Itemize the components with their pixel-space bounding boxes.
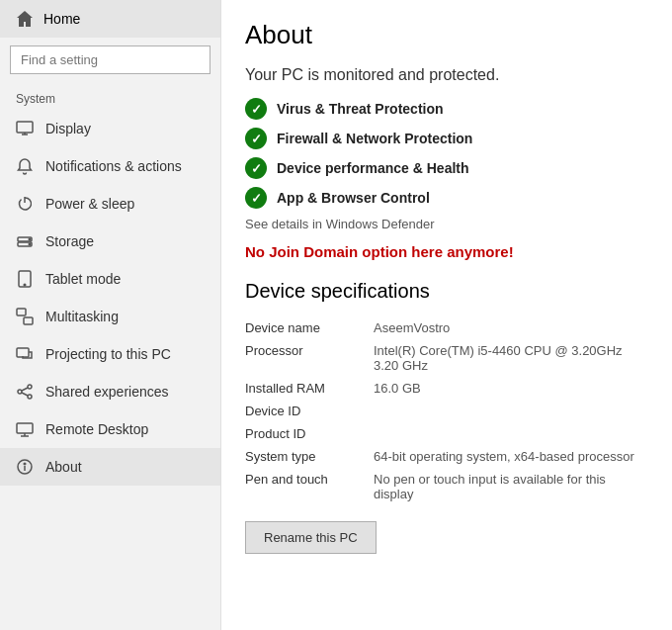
home-icon: [16, 10, 34, 28]
check-icon-browser: [245, 187, 267, 209]
svg-point-13: [28, 385, 32, 389]
svg-point-22: [24, 463, 26, 465]
remote-icon: [16, 420, 34, 438]
security-items-list: Virus & Threat Protection Firewall & Net…: [245, 98, 648, 209]
sidebar-item-label: Projecting to this PC: [45, 346, 171, 362]
sidebar-item-label: Tablet mode: [45, 271, 121, 287]
sidebar-item-label: Shared experiences: [45, 384, 169, 400]
sidebar-item-remote[interactable]: Remote Desktop: [0, 410, 220, 448]
sidebar: Home System Display Notifications & acti…: [0, 0, 221, 630]
spec-row-system-type: System type 64-bit operating system, x64…: [245, 445, 648, 468]
spec-value: [374, 400, 648, 422]
main-content: About Your PC is monitored and protected…: [221, 0, 672, 630]
sidebar-item-notifications[interactable]: Notifications & actions: [0, 147, 220, 185]
security-item-label: Virus & Threat Protection: [277, 101, 444, 117]
svg-point-8: [24, 284, 26, 286]
device-specs-title: Device specifications: [245, 280, 648, 303]
spec-row-processor: Processor Intel(R) Core(TM) i5-4460 CPU …: [245, 339, 648, 377]
spec-value: 64-bit operating system, x64-based proce…: [374, 445, 648, 468]
spec-row-device-id: Device ID: [245, 400, 648, 422]
spec-value: AseemVostro: [374, 316, 648, 339]
spec-row-device-name: Device name AseemVostro: [245, 316, 648, 339]
svg-rect-11: [17, 348, 29, 357]
svg-point-12: [18, 390, 22, 394]
display-icon: [16, 120, 34, 137]
security-item-firewall: Firewall & Network Protection: [245, 128, 648, 149]
about-icon: [16, 458, 34, 476]
sidebar-item-label: Display: [45, 121, 91, 136]
security-item-label: App & Browser Control: [277, 190, 430, 206]
sidebar-home-label: Home: [43, 11, 80, 27]
spec-value: No pen or touch input is available for t…: [374, 468, 648, 505]
security-item-label: Device performance & Health: [277, 160, 469, 176]
spec-key: Device name: [245, 316, 374, 339]
spec-key: Processor: [245, 339, 374, 377]
sidebar-item-label: Storage: [45, 233, 94, 249]
security-item-label: Firewall & Network Protection: [277, 131, 472, 146]
sidebar-item-storage[interactable]: Storage: [0, 223, 220, 260]
multitasking-icon: [16, 308, 34, 325]
spec-row-ram: Installed RAM 16.0 GB: [245, 377, 648, 400]
spec-key: Installed RAM: [245, 377, 374, 400]
spec-key: Pen and touch: [245, 468, 374, 505]
check-icon-device: [245, 157, 267, 179]
svg-rect-10: [24, 317, 33, 324]
page-title: About: [245, 20, 648, 50]
svg-line-16: [22, 393, 28, 396]
rename-pc-button[interactable]: Rename this PC: [245, 521, 377, 554]
sidebar-item-label: Multitasking: [45, 309, 119, 324]
search-input[interactable]: [10, 45, 210, 74]
sidebar-item-label: Notifications & actions: [45, 158, 182, 174]
system-section-label: System: [0, 82, 220, 110]
security-item-virus: Virus & Threat Protection: [245, 98, 648, 120]
spec-table: Device name AseemVostro Processor Intel(…: [245, 316, 648, 505]
sidebar-item-shared[interactable]: Shared experiences: [0, 373, 220, 410]
sidebar-item-label: Power & sleep: [45, 196, 134, 212]
spec-value: Intel(R) Core(TM) i5-4460 CPU @ 3.20GHz …: [374, 339, 648, 377]
svg-point-6: [29, 243, 31, 245]
windows-defender-link[interactable]: See details in Windows Defender: [245, 217, 648, 231]
security-item-device: Device performance & Health: [245, 157, 648, 179]
projecting-icon: [16, 345, 34, 363]
sidebar-item-tablet[interactable]: Tablet mode: [0, 260, 220, 298]
svg-rect-17: [17, 423, 33, 433]
protected-text: Your PC is monitored and protected.: [245, 66, 648, 84]
sidebar-home-button[interactable]: Home: [0, 0, 220, 38]
sidebar-item-about[interactable]: About: [0, 448, 220, 486]
spec-row-product-id: Product ID: [245, 422, 648, 445]
shared-icon: [16, 383, 34, 401]
sidebar-item-display[interactable]: Display: [0, 110, 220, 147]
svg-point-5: [29, 238, 31, 240]
sidebar-item-multitasking[interactable]: Multitasking: [0, 298, 220, 335]
check-icon-virus: [245, 98, 267, 120]
svg-line-15: [22, 388, 28, 391]
spec-value: [374, 422, 648, 445]
notifications-icon: [16, 157, 34, 175]
sidebar-item-label: Remote Desktop: [45, 421, 148, 437]
security-item-browser: App & Browser Control: [245, 187, 648, 209]
svg-rect-0: [17, 122, 33, 133]
storage-icon: [16, 232, 34, 250]
tablet-icon: [16, 270, 34, 288]
sidebar-item-projecting[interactable]: Projecting to this PC: [0, 335, 220, 373]
spec-row-pen-touch: Pen and touch No pen or touch input is a…: [245, 468, 648, 505]
svg-rect-9: [17, 309, 26, 315]
sidebar-item-label: About: [45, 459, 82, 475]
power-icon: [16, 195, 34, 213]
spec-key: System type: [245, 445, 374, 468]
spec-key: Product ID: [245, 422, 374, 445]
warning-text: No Join Domain option here anymore!: [245, 243, 648, 260]
check-icon-firewall: [245, 128, 267, 149]
spec-key: Device ID: [245, 400, 374, 422]
svg-point-14: [28, 395, 32, 399]
spec-value: 16.0 GB: [374, 377, 648, 400]
sidebar-item-power[interactable]: Power & sleep: [0, 185, 220, 223]
